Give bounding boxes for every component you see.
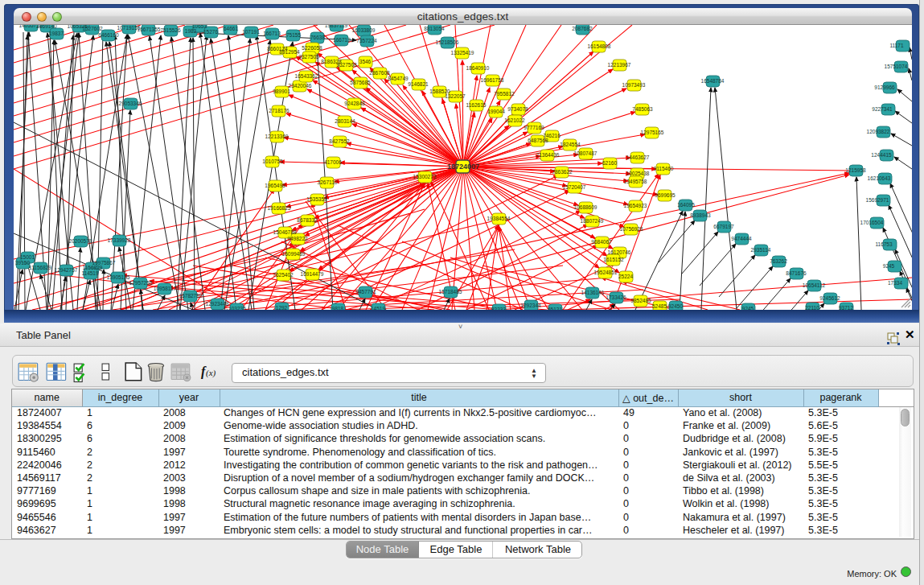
svg-text:15001: 15001 <box>20 254 35 260</box>
svg-text:19975867: 19975867 <box>92 260 116 266</box>
svg-text:2867608: 2867608 <box>369 70 390 76</box>
svg-text:12093822: 12093822 <box>867 129 890 134</box>
svg-text:9146821: 9146821 <box>408 81 429 87</box>
svg-text:2718176: 2718176 <box>269 108 290 113</box>
svg-text:8813054: 8813054 <box>424 26 445 31</box>
svg-text:763262: 763262 <box>770 258 787 264</box>
svg-text:15300273: 15300273 <box>413 174 437 179</box>
svg-text:13495758: 13495758 <box>624 179 647 184</box>
svg-text:23420046: 23420046 <box>289 83 312 89</box>
svg-text:19524851: 19524851 <box>594 270 618 275</box>
svg-text:9129966: 9129966 <box>874 84 895 90</box>
svg-text:10807487: 10807487 <box>574 150 598 156</box>
svg-text:15720407: 15720407 <box>563 184 586 190</box>
svg-text:7955812: 7955812 <box>494 91 515 97</box>
svg-text:10756928: 10756928 <box>620 226 643 232</box>
svg-text:29053346: 29053346 <box>119 101 142 106</box>
svg-text:9245: 9245 <box>883 263 895 269</box>
svg-text:20200578: 20200578 <box>69 238 92 244</box>
svg-text:1733426: 1733426 <box>606 295 626 300</box>
svg-text:16543362: 16543362 <box>295 73 318 79</box>
svg-text:12213369: 12213369 <box>265 134 289 139</box>
svg-text:1215958: 1215958 <box>845 167 866 173</box>
svg-text:15046788: 15046788 <box>273 229 297 235</box>
svg-text:1162615: 1162615 <box>466 102 487 108</box>
svg-text:6487568: 6487568 <box>528 138 548 143</box>
svg-text:9474444: 9474444 <box>731 236 752 241</box>
svg-text:(x): (x) <box>206 368 216 378</box>
svg-text:2803144: 2803144 <box>335 118 355 124</box>
svg-text:2935114: 2935114 <box>751 247 771 253</box>
svg-text:12975165: 12975165 <box>641 130 664 135</box>
svg-text:13905135: 13905135 <box>107 274 130 280</box>
svg-text:9734078: 9734078 <box>507 106 528 112</box>
svg-text:10688609: 10688609 <box>574 204 598 210</box>
svg-text:13325419: 13325419 <box>451 50 474 56</box>
svg-text:9684067: 9684067 <box>591 239 612 245</box>
svg-text:7625402: 7625402 <box>273 272 294 278</box>
svg-text:9245612: 9245612 <box>819 295 840 301</box>
svg-text:12213967: 12213967 <box>608 62 631 68</box>
svg-text:14136141: 14136141 <box>581 290 605 295</box>
svg-text:9777169: 9777169 <box>524 125 544 130</box>
svg-text:3546: 3546 <box>359 59 372 64</box>
svg-text:6466160: 6466160 <box>98 32 119 38</box>
svg-text:16782759: 16782759 <box>179 293 203 299</box>
svg-text:3267110: 3267110 <box>318 179 338 185</box>
svg-text:1965498: 1965498 <box>265 183 285 188</box>
svg-text:11171: 11171 <box>889 43 903 48</box>
svg-text:15692971: 15692971 <box>866 197 889 203</box>
svg-text:18640910: 18640910 <box>466 65 490 71</box>
svg-text:6679197: 6679197 <box>713 224 734 229</box>
svg-text:9242848: 9242848 <box>344 101 365 106</box>
svg-text:39150: 39150 <box>15 260 30 266</box>
svg-text:5226058: 5226058 <box>302 45 322 51</box>
svg-text:9327505: 9327505 <box>298 54 319 60</box>
svg-text:9699695: 9699695 <box>655 192 676 198</box>
svg-text:76638: 76638 <box>310 35 325 40</box>
svg-text:18807249: 18807249 <box>581 218 604 224</box>
svg-text:75155: 75155 <box>286 32 301 38</box>
svg-text:25224: 25224 <box>618 274 633 279</box>
svg-text:9227341: 9227341 <box>872 106 893 112</box>
svg-text:62160: 62160 <box>602 160 617 166</box>
svg-text:16099489: 16099489 <box>282 251 306 257</box>
svg-text:19837119: 19837119 <box>325 25 348 28</box>
svg-text:7357224: 7357224 <box>356 38 377 43</box>
svg-text:2069140: 2069140 <box>36 25 57 29</box>
svg-text:12923448: 12923448 <box>206 301 229 307</box>
svg-text:116753: 116753 <box>875 241 893 247</box>
svg-text:1244415: 1244415 <box>871 152 892 158</box>
svg-text:64661: 64661 <box>224 26 238 31</box>
svg-text:11156829: 11156829 <box>29 265 51 270</box>
svg-text:1983: 1983 <box>185 28 197 34</box>
svg-text:10654112: 10654112 <box>803 282 826 288</box>
svg-text:17334: 17334 <box>888 280 902 286</box>
svg-text:2087682: 2087682 <box>572 26 593 31</box>
svg-text:92450: 92450 <box>668 303 683 309</box>
svg-text:166713: 166713 <box>333 37 351 43</box>
svg-text:12942757: 12942757 <box>55 267 78 273</box>
svg-text:1615152: 1615152 <box>603 257 624 262</box>
svg-text:10958117: 10958117 <box>154 286 177 291</box>
svg-text:1621022: 1621022 <box>504 117 525 123</box>
svg-text:21364436: 21364436 <box>536 152 560 158</box>
svg-text:17339928: 17339928 <box>108 237 131 243</box>
svg-text:19218506: 19218506 <box>436 39 459 45</box>
svg-text:16210643: 16210643 <box>868 175 891 181</box>
svg-text:417006: 417006 <box>324 159 342 165</box>
svg-text:5875685: 5875685 <box>350 80 371 85</box>
svg-text:52485: 52485 <box>652 303 667 309</box>
svg-text:10973493: 10973493 <box>622 82 646 88</box>
svg-text:9498222: 9498222 <box>287 236 308 241</box>
svg-text:1322057: 1322057 <box>445 93 466 99</box>
svg-text:114519: 114519 <box>81 270 99 276</box>
svg-text:8427552: 8427552 <box>329 138 350 144</box>
svg-text:19166825: 19166825 <box>268 205 291 211</box>
svg-text:8912954: 8912954 <box>279 49 300 55</box>
svg-text:8454749: 8454749 <box>388 76 409 81</box>
svg-text:7515526: 7515526 <box>160 27 181 33</box>
svg-text:19384554: 19384554 <box>487 216 511 221</box>
svg-text:1824554: 1824554 <box>560 142 581 147</box>
svg-text:8471676: 8471676 <box>786 270 807 276</box>
